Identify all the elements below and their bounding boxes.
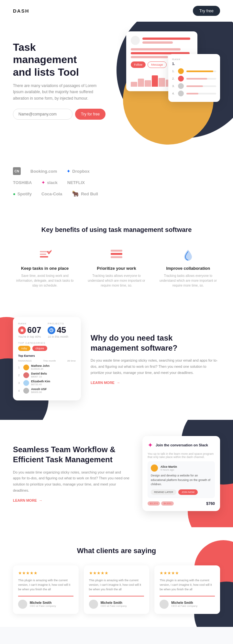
why-desc: Do you waste time organizing sticky note… [91,357,220,376]
task-desc: Design and develop a website for an educ… [151,474,212,487]
earner-info-1: Mathew John $19928.34 [31,364,76,370]
seamless-card-wrap: ✦ Join the conversation on Slack You up … [142,436,220,511]
logo-redbull: 🐂 Red Bull [72,190,98,197]
test-text-1: This plugin is amazing with the current … [18,578,73,592]
why-text: Why do you need task management software… [91,333,220,385]
bar1 [142,38,190,40]
cn-icon: CN [13,167,21,175]
earner-info-3: Elizabeth Kim $6733.40 [31,380,76,386]
svg-rect-3 [111,250,122,252]
earner-3: 3 Elizabeth Kim $6733.40 [18,380,76,386]
benefits-grid: Keep tasks in one place Save time, avoid… [13,245,220,291]
rank-dot-3 [178,83,184,89]
why-title: Why do you need task management software… [91,333,220,353]
stars-2: ★★★★★ [89,571,144,575]
testimonials-section: What clients are saying ★★★★★ This plugi… [0,527,233,627]
logo-dropbox: ✦ Dropbox [67,169,89,174]
logo-booking: Booking.com [30,169,57,174]
earner-1: 1 Mathew John $19928.34 [18,364,76,370]
slack-subtitle: You up to talk in the learn more and spa… [148,452,215,459]
rank-item-2: 2. [172,76,216,82]
test-card-3: ★★★★★ This plugin is amazing with the cu… [154,565,220,614]
benefit-title-1: Keep tasks in one place [16,266,73,271]
logo-spotify: ● Spotify [13,191,32,196]
logo: DASH [13,8,29,14]
rankings-header: RANKINGS This month All time [18,359,76,362]
card-btn1[interactable]: Follow [131,61,146,68]
benefit-text-3: Tracking tasks allows everyone to unders… [160,273,217,288]
hero-content: Task management and lists Tool There are… [0,22,110,133]
benefit-icon-list [109,248,124,262]
testimonials-title: What clients are saying [13,547,220,555]
earner-2: 2 Daniel Belu $8067.10 [18,372,76,378]
svg-marker-6 [20,328,24,332]
task-time: 5 hours ago [161,468,177,471]
why-card-header: RANK 607 You're in top 40% PROJECTS [18,322,76,338]
why-stat-projects: PROJECTS 45 10 in this month [48,322,68,338]
benefits-section: Key benefits of using task management so… [0,209,233,304]
rank-item-3: 3. [172,83,216,89]
benefit-text-2: Tracking tasks allows everyone to unders… [88,273,145,288]
earner-av-1 [23,365,29,370]
task-tags: $3,374 $4,831 [148,501,174,506]
remind-later-btn[interactable]: REMIND LATER [151,489,176,495]
why-inner: RANK 607 You're in top 40% PROJECTS [0,317,233,400]
test-avatar-1 [18,600,27,609]
test-text-2: This plugin is amazing with the current … [89,578,144,592]
rank-dot-4 [178,91,184,96]
slack-header: ✦ Join the conversation on Slack [148,441,215,449]
rank-label: RANK [18,322,41,325]
rank-dot-1 [178,68,184,74]
cat-clojure: clojure [32,346,48,351]
hero-title: Task management and lists Tool [13,41,97,78]
email-input[interactable] [13,109,72,120]
test-text-3: This plugin is amazing with the current … [160,578,215,592]
task-price: $760 [206,501,215,506]
rank-item-1: 1. [172,68,216,74]
logos-section: CN Booking.com ✦ Dropbox TOSHIBA ✦ slack… [0,158,233,209]
benefits-title: Key benefits of using task management so… [13,225,220,234]
logo-slack: ✦ slack [41,180,58,185]
benefit-title-2: Prioritize your work [88,266,145,271]
hero-cta-btn[interactable]: Try for free [75,109,105,120]
cb2 [138,79,144,87]
test-name-2: Michele Smith [101,601,127,605]
benefit-title-3: Improve collaboration [160,266,217,271]
why-section: RANK 607 You're in top 40% PROJECTS [0,304,233,420]
earner-4: 4 Anosh USF $6009.00 [18,387,76,394]
test-card-2: ★★★★★ This plugin is amazing with the cu… [84,565,150,614]
benefit-text-1: Save time, avoid losing work and informa… [16,273,73,288]
join-now-btn[interactable]: JOIN NOW [178,489,198,495]
test-user-3: Michele Smith CEO at Fake company [160,596,215,609]
test-avatar-2 [89,600,98,609]
task-tag-1: $3,374 [148,501,160,506]
rank-item-4: 4. [172,91,216,96]
svg-rect-1 [40,254,46,255]
svg-rect-0 [40,251,50,252]
bar3 [131,48,181,50]
benefit-2: Prioritize your work Tracking tasks allo… [84,245,148,291]
projects-sub: 10 in this month [48,335,68,338]
logo-row-1: CN Booking.com ✦ Dropbox [13,167,220,175]
rank-value: 607 [18,325,41,335]
seamless-text: Seamless Team Workflow & Efficient Task … [13,444,129,502]
cta-section: Get better work done See why millions of… [0,627,233,644]
projects-icon [48,326,55,334]
rank-sub: You're in top 40% [18,335,41,338]
nav-try-btn[interactable]: Try free [193,6,220,16]
task-footer: $3,374 $4,831 $760 [148,501,215,506]
svg-rect-2 [40,256,48,257]
logo-cn: CN [13,167,21,175]
card-btn2[interactable]: Message [148,61,167,68]
why-learn-more[interactable]: LEARN MORE → [91,381,220,385]
arrow-right-icon: → [116,381,120,385]
cb5 [159,78,165,87]
task-user-name: Alice Martin [161,465,177,468]
logo-netflix: NETFLIX [67,180,85,185]
navbar: DASH Try free [0,0,233,22]
seamless-learn-more[interactable]: LEARN MORE → [13,498,129,502]
seamless-desc: Do you waste time organizing sticky note… [13,469,129,494]
cb1 [131,82,137,87]
stars-3: ★★★★★ [160,571,215,575]
benefit-3: Improve collaboration Tracking tasks all… [156,245,220,291]
